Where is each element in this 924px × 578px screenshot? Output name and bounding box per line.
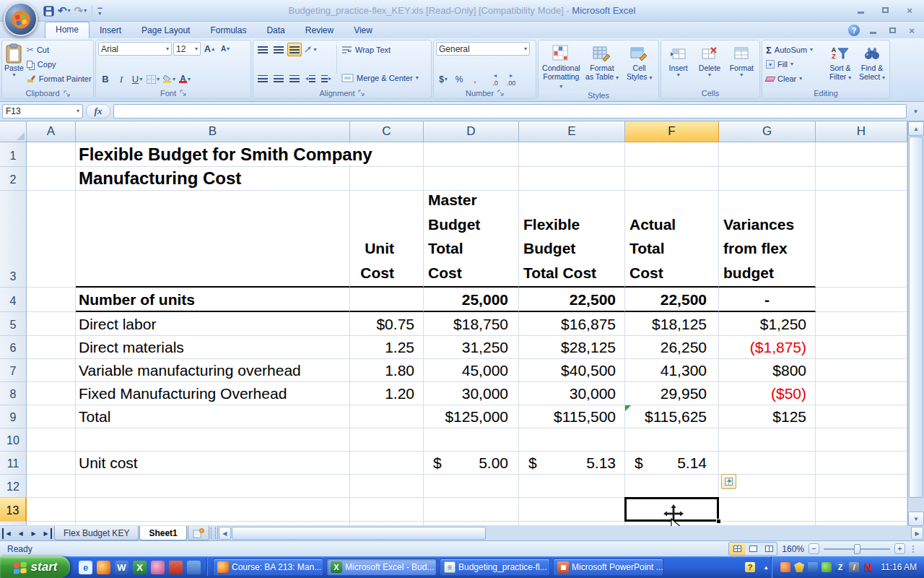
top-align-button[interactable]	[256, 43, 270, 56]
tab-view[interactable]: View	[344, 23, 383, 38]
word-icon[interactable]: W	[115, 561, 128, 574]
cell[interactable]	[625, 428, 719, 452]
cell[interactable]	[27, 428, 76, 452]
task-button-excel[interactable]: X Microsoft Excel - Bud...	[326, 558, 437, 576]
cell[interactable]	[76, 428, 350, 452]
scroll-right-button[interactable]: ▶	[911, 527, 923, 540]
column-header-c[interactable]: C	[350, 121, 424, 142]
borders-button[interactable]: ▾	[146, 72, 160, 86]
bottom-align-button[interactable]	[287, 43, 302, 56]
formula-bar-expand-icon[interactable]: ▾	[910, 104, 922, 118]
merge-center-button[interactable]: Merge & Center▾	[340, 71, 420, 85]
workbook-restore-button[interactable]	[886, 25, 899, 35]
workbook-minimize-button[interactable]	[866, 25, 879, 35]
dialog-launcher-icon[interactable]	[180, 90, 186, 96]
show-hidden-icons[interactable]: ▴	[761, 562, 771, 572]
cell[interactable]	[350, 452, 424, 475]
cell[interactable]	[816, 142, 907, 167]
last-sheet-button[interactable]: ▶	[41, 528, 52, 539]
scroll-left-button[interactable]: ◀	[219, 527, 231, 540]
tab-split-handle[interactable]	[211, 527, 216, 539]
zoom-level[interactable]: 160%	[782, 544, 804, 554]
shrink-font-button[interactable]: A▾	[218, 42, 232, 56]
cell[interactable]	[816, 191, 907, 288]
cell-B2[interactable]: Manufacturing Cost	[76, 167, 350, 191]
cell[interactable]	[816, 312, 907, 336]
page-break-view-button[interactable]	[761, 543, 777, 555]
keys-icon[interactable]	[151, 561, 165, 574]
align-right-button[interactable]	[287, 72, 302, 85]
row-header-4[interactable]: 4	[0, 288, 27, 312]
scroll-up-button[interactable]: ▲	[908, 121, 924, 136]
start-button[interactable]: start	[0, 556, 70, 578]
cell[interactable]	[519, 167, 625, 191]
cell-B9[interactable]: Total	[76, 405, 350, 428]
sheet-tab-flex-budget-key[interactable]: Flex Budget KEY	[54, 526, 139, 540]
cell-D3[interactable]: MasterBudgetTotalCost	[424, 191, 519, 288]
cell[interactable]	[27, 288, 76, 312]
cell-D4[interactable]: 25,000	[424, 288, 519, 312]
tab-review[interactable]: Review	[295, 23, 344, 38]
cell[interactable]	[816, 498, 907, 522]
cell-E7[interactable]: $40,500	[519, 359, 625, 382]
formula-input[interactable]	[113, 104, 907, 118]
cell[interactable]	[519, 498, 625, 522]
restore-button[interactable]	[876, 4, 894, 16]
cell-E6[interactable]: $28,125	[519, 336, 625, 359]
middle-align-button[interactable]	[271, 43, 286, 56]
horizontal-scroll-thumb[interactable]	[232, 527, 486, 540]
cell[interactable]	[816, 428, 907, 452]
wrap-text-button[interactable]: Wrap Text	[340, 43, 420, 57]
cell-G4[interactable]: -	[719, 288, 816, 312]
task-button-document[interactable]: ≡ Budgeting_practice-fl...	[440, 558, 550, 576]
zoom-in-button[interactable]: +	[894, 543, 905, 554]
cell[interactable]	[424, 142, 519, 167]
cell[interactable]	[625, 167, 719, 191]
internet-explorer-icon[interactable]: e	[79, 561, 92, 574]
cell-D11[interactable]: $5.00	[424, 452, 519, 475]
align-left-button[interactable]	[256, 72, 270, 85]
cell-D6[interactable]: 31,250	[424, 336, 519, 359]
fill-color-button[interactable]: ▾	[162, 72, 176, 86]
row-header-2[interactable]: 2	[0, 167, 27, 191]
vertical-scroll-thumb[interactable]	[909, 137, 923, 498]
cell-E9[interactable]: $115,500	[519, 405, 625, 428]
cell-G8[interactable]: ($50)	[719, 382, 816, 405]
cell-B5[interactable]: Direct labor	[76, 312, 350, 336]
cell-C6[interactable]: 1.25	[350, 336, 424, 359]
tray-icon-blue-tool[interactable]	[808, 562, 818, 572]
cell[interactable]	[519, 428, 625, 452]
cell[interactable]	[27, 452, 76, 475]
cell[interactable]	[76, 475, 350, 498]
cell-F7[interactable]: 41,300	[625, 359, 719, 382]
cell[interactable]	[424, 498, 519, 522]
prev-sheet-button[interactable]: ◀	[15, 528, 26, 539]
row-header-8[interactable]: 8	[0, 382, 27, 405]
row-header-5[interactable]: 5	[0, 312, 27, 336]
insert-function-button[interactable]: fx	[86, 104, 110, 118]
cell[interactable]	[719, 498, 816, 522]
cell[interactable]	[424, 475, 519, 498]
zoom-slider-thumb[interactable]	[854, 544, 860, 554]
row-header-3[interactable]: 3	[0, 191, 27, 288]
cell-G5[interactable]: $1,250	[719, 312, 816, 336]
cell-G3[interactable]: Variancesfrom flexbudget	[719, 191, 816, 288]
cell[interactable]	[719, 167, 816, 191]
cell[interactable]	[350, 167, 424, 191]
cell[interactable]	[424, 428, 519, 452]
cell[interactable]	[27, 191, 76, 288]
underline-button[interactable]: U▾	[130, 72, 144, 86]
cell-F4[interactable]: 22,500	[625, 288, 719, 312]
mail-icon[interactable]	[187, 561, 201, 574]
cell[interactable]	[27, 359, 76, 382]
cell-G6[interactable]: ($1,875)	[719, 336, 816, 359]
fill-button[interactable]: ▾Fill▾	[764, 57, 824, 72]
cell[interactable]	[76, 498, 350, 522]
dialog-launcher-icon[interactable]	[64, 90, 70, 97]
row-header-7[interactable]: 7	[0, 359, 27, 382]
cell-B3[interactable]	[76, 191, 350, 288]
percent-style-button[interactable]: %	[452, 72, 466, 86]
cell-styles-button[interactable]: Cell Styles ▾	[624, 42, 655, 90]
insert-worksheet-button[interactable]	[188, 526, 209, 540]
cell[interactable]	[625, 475, 719, 498]
